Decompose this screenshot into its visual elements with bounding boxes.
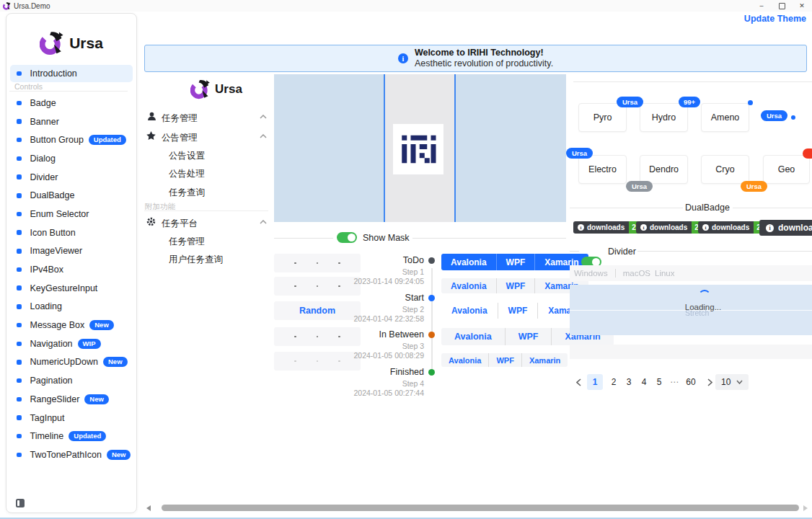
sidebar-item-label: KeyGestureInput: [30, 283, 98, 293]
sidebar-item[interactable]: NumericUpDown New: [10, 353, 133, 372]
chevron-up-icon[interactable]: [260, 115, 267, 119]
page-button[interactable]: 2: [606, 374, 622, 390]
avalonia-button[interactable]: Avalonia: [441, 353, 488, 367]
sidebar-item-label: Dialog: [30, 154, 56, 164]
sidebar-item[interactable]: DualBadge: [10, 186, 133, 205]
page-previous-button[interactable]: [576, 378, 582, 386]
menu-subitem[interactable]: 公告处理: [169, 168, 205, 180]
image-viewer[interactable]: [274, 74, 566, 222]
chevron-up-icon[interactable]: [260, 134, 267, 138]
avalonia-button[interactable]: Avalonia: [441, 254, 496, 270]
badge-card-cryo: Cryo: [701, 155, 749, 184]
menu-subitem[interactable]: 任务查询: [169, 187, 205, 199]
page-button[interactable]: 5: [651, 374, 667, 390]
sidebar-item[interactable]: Message Box New: [10, 316, 133, 334]
menu-item-task-management[interactable]: 任务管理: [162, 112, 198, 125]
page-button[interactable]: 3: [621, 374, 637, 390]
page-button[interactable]: 4: [636, 374, 652, 390]
menu-subitem[interactable]: 用户任务查询: [169, 254, 223, 266]
sidebar-item[interactable]: Dialog: [10, 149, 133, 168]
divider-toggle-label: Divider: [608, 247, 636, 257]
page-size-select[interactable]: 10: [715, 374, 749, 390]
sidebar-item-label: NumericUpDown: [30, 357, 98, 367]
sidebar-item[interactable]: RangeSlider New: [10, 390, 133, 409]
sidebar-item[interactable]: Badge: [10, 94, 133, 112]
chevron-up-icon[interactable]: [260, 220, 267, 224]
wpf-button[interactable]: WPF: [505, 328, 552, 345]
page-next-button[interactable]: [707, 378, 712, 386]
timeline-connector: [431, 268, 433, 372]
gear-icon: [146, 216, 156, 229]
show-mask-toggle[interactable]: [337, 232, 357, 243]
sidebar-item[interactable]: Loading: [10, 298, 133, 316]
sidebar-item-label: ImageViewer: [30, 246, 83, 256]
bullet-icon: [17, 397, 22, 402]
menu-item-task-platform[interactable]: 任务平台: [162, 218, 198, 230]
sidebar-item[interactable]: Timeline Updated: [10, 427, 133, 445]
wpf-button[interactable]: WPF: [488, 353, 521, 367]
tab-windows[interactable]: Windows: [574, 269, 608, 278]
page-button[interactable]: 60: [681, 374, 700, 390]
maximize-icon: [779, 3, 785, 9]
avalonia-button[interactable]: Avalonia: [441, 278, 496, 293]
page-button[interactable]: 1: [587, 374, 603, 390]
timeline-item: Finished Step 4 2024-01-05 00:27:44: [303, 367, 424, 404]
wpf-button[interactable]: WPF: [498, 303, 538, 319]
sidebar-item[interactable]: IPv4Box: [10, 260, 133, 279]
avalonia-button[interactable]: Avalonia: [441, 328, 505, 345]
user-icon: [147, 111, 156, 124]
divider: [615, 269, 616, 278]
page-ellipsis[interactable]: ⋯: [666, 374, 682, 390]
button-group-small: Avalonia WPF Xamarin: [441, 353, 568, 367]
menu-subitem[interactable]: 公告设置: [169, 150, 205, 162]
dot-separator: [294, 360, 296, 363]
timeline-dot-icon: [428, 369, 435, 376]
dual-badge-key: downloads: [587, 223, 625, 231]
timeline-time: 2024-01-04 22:32:58: [303, 314, 424, 324]
update-theme-button[interactable]: Update Theme: [744, 14, 806, 24]
sidebar-item[interactable]: Enum Selector: [10, 205, 133, 223]
divider: [412, 238, 566, 239]
minimize-button[interactable]: –: [751, 0, 772, 12]
sidebar-item[interactable]: Navigation WIP: [10, 334, 133, 353]
wpf-button[interactable]: WPF: [496, 254, 535, 270]
scroll-left-arrow-icon[interactable]: [146, 505, 151, 511]
wpf-button[interactable]: WPF: [496, 278, 535, 293]
menu-subitem[interactable]: 任务管理: [169, 236, 205, 248]
sidebar-item-label: Pagination: [30, 376, 73, 386]
card-label: Cryo: [715, 164, 734, 174]
bullet-icon: [17, 119, 22, 124]
sidebar-item[interactable]: TagInput: [10, 409, 133, 427]
bullet-icon: [17, 285, 22, 290]
tab-macos[interactable]: macOS: [623, 269, 650, 278]
bullet-icon: [17, 212, 22, 217]
status-badge: Updated: [69, 431, 106, 441]
xamarin-button[interactable]: Xamarin: [521, 353, 568, 367]
maximize-button[interactable]: [772, 0, 792, 12]
sidebar-item-label: Navigation: [30, 339, 73, 349]
sidebar-collapse-button[interactable]: [16, 499, 25, 507]
scroll-right-arrow-icon[interactable]: [803, 505, 808, 511]
timeline-dot-icon: [428, 295, 435, 301]
page-size-value: 10: [721, 377, 731, 387]
sidebar-item[interactable]: ImageViewer: [10, 242, 133, 261]
sidebar-item[interactable]: Pagination: [10, 371, 133, 390]
sidebar-item[interactable]: Banner: [10, 112, 133, 131]
close-button[interactable]: ✕: [792, 0, 812, 12]
menu-item-announcement[interactable]: 公告管理: [162, 132, 198, 144]
tab-linux[interactable]: Linux: [655, 269, 675, 278]
sidebar-item[interactable]: TwoTonePathIcon New: [10, 445, 133, 464]
divider: [637, 251, 812, 252]
sidebar-item[interactable]: Button Group Updated: [10, 130, 133, 149]
loading-container: Stretch Loading...: [570, 285, 812, 335]
avalonia-button[interactable]: Avalonia: [441, 303, 498, 319]
divider: [570, 251, 579, 252]
sidebar-item[interactable]: Icon Button: [10, 223, 133, 242]
sidebar-item-introduction[interactable]: Introduction: [10, 65, 133, 82]
horizontal-scrollbar-thumb[interactable]: [162, 505, 799, 511]
sidebar-item[interactable]: KeyGestureInput: [10, 279, 133, 298]
sidebar-item-label: IPv4Box: [30, 265, 64, 275]
menu-logo: Ursa: [173, 79, 260, 99]
sidebar-item[interactable]: Divider: [10, 168, 133, 187]
bullet-icon: [17, 415, 22, 420]
